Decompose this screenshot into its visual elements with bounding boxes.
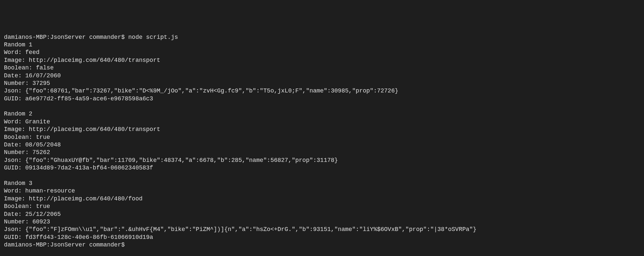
word-line: Word: Granite — [4, 118, 640, 126]
number-line: Number: 60923 — [4, 218, 640, 226]
number-line: Number: 75262 — [4, 149, 640, 156]
json-line: Json: {"foo":68761,"bar":73267,"bike":"D… — [4, 87, 640, 95]
json-line: Json: {"foo":"GhuaxUY@fb","bar":11709,"b… — [4, 157, 640, 164]
guid-line: GUID: 09134d89-7da2-413a-bf64-0606234058… — [4, 164, 640, 172]
number-line: Number: 37295 — [4, 80, 640, 87]
terminal-output[interactable]: damianos-MBP:JsonServer commander$ node … — [4, 34, 640, 249]
boolean-line: Boolean: false — [4, 64, 640, 72]
date-line: Date: 16/07/2060 — [4, 72, 640, 80]
boolean-line: Boolean: true — [4, 203, 640, 210]
blank-line — [4, 172, 640, 180]
word-line: Word: human-resource — [4, 187, 640, 195]
guid-line: GUID: fd3ffd43-128c-40e6-86fb-61066910d1… — [4, 234, 640, 241]
trailing-prompt: damianos-MBP:JsonServer commander$ — [4, 241, 640, 249]
date-line: Date: 25/12/2065 — [4, 211, 640, 218]
random-header: Random 2 — [4, 110, 640, 118]
image-line: Image: http://placeimg.com/640/480/trans… — [4, 57, 640, 64]
prompt-line: damianos-MBP:JsonServer commander$ node … — [4, 34, 640, 41]
random-header: Random 1 — [4, 41, 640, 49]
blank-line — [4, 103, 640, 110]
word-line: Word: feed — [4, 49, 640, 56]
date-line: Date: 08/05/2048 — [4, 141, 640, 149]
image-line: Image: http://placeimg.com/640/480/trans… — [4, 126, 640, 133]
random-header: Random 3 — [4, 180, 640, 187]
guid-line: GUID: a6e977d2-ff85-4a59-ace6-e9678598a6… — [4, 95, 640, 103]
boolean-line: Boolean: true — [4, 134, 640, 141]
json-line: Json: {"foo":"F]zFOmn\\u1","bar":".&uhHv… — [4, 226, 640, 233]
image-line: Image: http://placeimg.com/640/480/food — [4, 195, 640, 203]
